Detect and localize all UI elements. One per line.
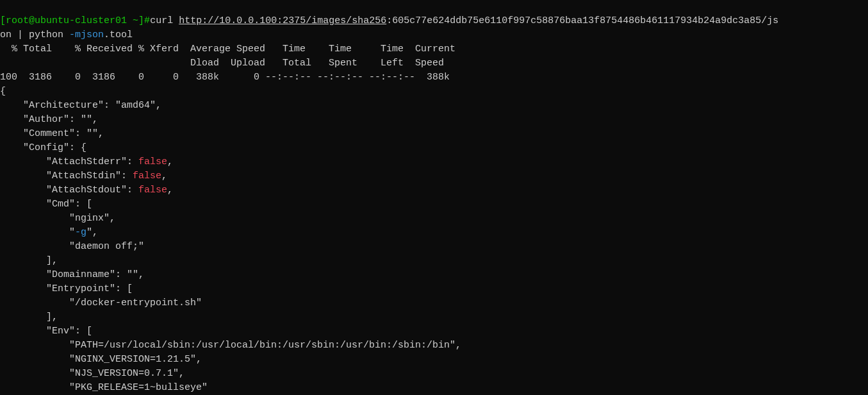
- json-entrypoint-close: ],: [0, 312, 58, 323]
- prompt-open-bracket: [: [0, 15, 6, 26]
- json-env-nginx: "NGINX_VERSION=1.21.5",: [0, 354, 202, 365]
- json-cmd-open: "Cmd": [: [0, 199, 92, 210]
- prompt-user: root: [6, 15, 29, 26]
- json-architecture: "Architecture": "amd64",: [0, 100, 161, 111]
- json-cmd-daemon: "daemon off;": [0, 241, 144, 252]
- curl-progress-header2: Dload Upload Total Spent Left Speed: [0, 58, 444, 69]
- json-stdin-key: "AttachStdin":: [0, 171, 133, 181]
- json-cmd-nginx: "nginx",: [0, 213, 115, 224]
- json-env-pkg: "PKG_RELEASE=1~bullseye": [0, 382, 208, 393]
- cmd-line2-start: on | python: [0, 29, 69, 40]
- terminal-output: [root@ubuntu-cluster01 ~]#curl http://10…: [0, 14, 868, 395]
- json-author: "Author": "",: [0, 114, 98, 125]
- curl-progress-row: 100 3186 0 3186 0 0 388k 0 --:--:-- --:-…: [0, 72, 450, 83]
- cmd-line2-end: .tool: [104, 29, 133, 40]
- json-comma1: ,: [167, 156, 173, 167]
- json-stdout-val: false: [138, 185, 167, 196]
- json-cmd-g-flag: -g: [75, 227, 86, 238]
- json-config-open: "Config": {: [0, 142, 86, 153]
- command-text[interactable]: curl: [150, 15, 179, 26]
- json-comment: "Comment": "",: [0, 128, 104, 139]
- json-cmd-g-end: ",: [86, 227, 98, 238]
- json-cmd-close: ],: [0, 255, 58, 266]
- prompt-space: [127, 15, 133, 26]
- json-stdout-key: "AttachStdout":: [0, 185, 138, 196]
- url-tail: :605c77e624ddb75e6110f997c58876baa13f875…: [386, 15, 778, 26]
- json-comma3: ,: [167, 185, 173, 196]
- json-env-open: "Env": [: [0, 326, 92, 337]
- json-stderr-val: false: [138, 156, 167, 167]
- flag-mjson: -mjson: [69, 29, 104, 40]
- json-cmd-g-indent: ": [0, 227, 75, 238]
- json-env-path: "PATH=/usr/local/sbin:/usr/local/bin:/us…: [0, 340, 461, 351]
- prompt-cwd: ~: [133, 15, 138, 26]
- prompt-at: @: [29, 15, 35, 26]
- prompt-host: ubuntu-cluster01: [35, 15, 127, 26]
- json-entrypoint-val: "/docker-entrypoint.sh": [0, 298, 202, 308]
- prompt-close-bracket: ]#: [138, 15, 150, 26]
- json-comma2: ,: [161, 171, 167, 181]
- url-text: http://10.0.0.100:2375/images/sha256: [179, 15, 386, 26]
- json-stderr-key: "AttachStderr":: [0, 156, 138, 167]
- json-domainname: "Domainname": "",: [0, 269, 144, 280]
- json-env-njs: "NJS_VERSION=0.7.1",: [0, 368, 184, 379]
- curl-progress-header1: % Total % Received % Xferd Average Speed…: [0, 44, 455, 55]
- json-entrypoint-open: "Entrypoint": [: [0, 283, 133, 294]
- json-open-brace: {: [0, 86, 6, 97]
- json-stdin-val: false: [133, 171, 161, 181]
